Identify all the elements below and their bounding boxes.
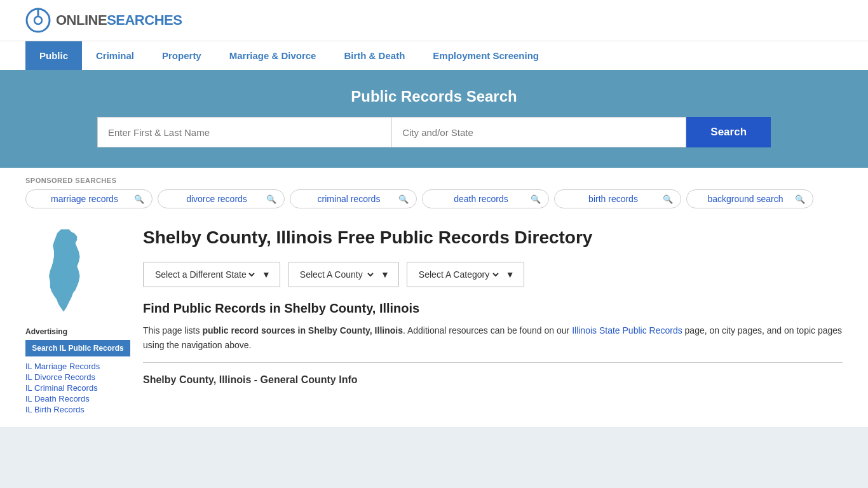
advertising-label: Advertising [25,327,130,336]
pill-marriage-text: marriage records [39,194,130,204]
illinois-state-link[interactable]: Illinois State Public Records [572,325,682,336]
nav-employment[interactable]: Employment Screening [419,41,553,70]
sidebar-links: IL Marriage Records IL Divorce Records I… [25,362,130,414]
county-select[interactable]: Select A County [297,269,376,280]
pill-birth-text: birth records [567,194,659,204]
pill-death[interactable]: death records 🔍 [422,189,549,208]
search-icon: 🔍 [266,194,276,204]
sidebar-link-divorce[interactable]: IL Divorce Records [25,372,130,382]
sidebar-link-criminal[interactable]: IL Criminal Records [25,383,130,393]
location-input[interactable] [391,117,686,147]
search-bar: Search [97,117,771,147]
nav-marriage-divorce[interactable]: Marriage & Divorce [215,41,330,70]
pill-divorce-text: divorce records [171,194,262,204]
find-text-bold: public record sources in Shelby County, … [202,325,403,336]
category-dropdown[interactable]: Select A Category ▼ [407,262,524,287]
category-select[interactable]: Select A Category [416,269,501,280]
svg-point-1 [34,17,42,24]
county-dropdown[interactable]: Select A County ▼ [288,262,399,287]
pill-birth[interactable]: birth records 🔍 [554,189,681,208]
find-text: This page lists public record sources in… [143,323,843,352]
pill-criminal[interactable]: criminal records 🔍 [290,189,417,208]
search-button[interactable]: Search [686,117,771,147]
search-icon: 🔍 [398,194,409,204]
sidebar-link-marriage[interactable]: IL Marriage Records [25,362,130,371]
pill-marriage[interactable]: marriage records 🔍 [25,189,153,208]
pill-background[interactable]: background search 🔍 [686,189,813,208]
pill-divorce[interactable]: divorce records 🔍 [158,189,285,208]
site-header: ONLINE SEARCHES [0,0,868,41]
sidebar-link-death[interactable]: IL Death Records [25,394,130,403]
logo-online: ONLINE [56,12,107,29]
hero-title: Public Records Search [25,88,843,105]
state-map [25,226,130,317]
main-area: SPONSORED SEARCHES marriage records 🔍 di… [0,168,868,427]
chevron-down-icon: ▼ [381,269,390,280]
chevron-down-icon: ▼ [506,269,515,280]
nav-property[interactable]: Property [148,41,215,70]
dropdowns: Select a Different State ▼ Select A Coun… [143,262,843,287]
pill-criminal-text: criminal records [303,194,395,204]
page-title: Shelby County, Illinois Free Public Reco… [143,226,843,249]
section-divider [143,362,843,363]
logo-text: ONLINE SEARCHES [56,12,182,29]
pill-death-text: death records [435,194,527,204]
chevron-down-icon: ▼ [262,269,271,280]
nav-public[interactable]: Public [25,41,82,70]
hero-section: Public Records Search Search [0,70,868,168]
sponsored-label: SPONSORED SEARCHES [25,177,843,184]
find-text-before: This page lists [143,325,202,336]
illinois-map-svg [25,226,102,315]
sponsored-section: SPONSORED SEARCHES marriage records 🔍 di… [0,168,868,214]
main-nav: Public Criminal Property Marriage & Divo… [0,41,868,70]
main-content: Shelby County, Illinois Free Public Reco… [143,226,843,414]
section-subtitle: Shelby County, Illinois - General County… [143,368,843,390]
search-icon: 🔍 [663,194,673,204]
find-text-middle: . Additional resources can be found on o… [403,325,572,336]
search-icon: 🔍 [795,194,805,204]
find-title: Find Public Records in Shelby County, Il… [143,301,843,316]
state-dropdown[interactable]: Select a Different State ▼ [143,262,280,287]
search-icon: 🔍 [531,194,541,204]
nav-criminal[interactable]: Criminal [82,41,148,70]
nav-birth-death[interactable]: Birth & Death [330,41,419,70]
sidebar: Advertising Search IL Public Records IL … [25,226,130,414]
state-select[interactable]: Select a Different State [153,269,257,280]
sidebar-link-birth[interactable]: IL Birth Records [25,405,130,414]
logo-searches: SEARCHES [107,12,182,29]
name-input[interactable] [97,117,391,147]
search-pills: marriage records 🔍 divorce records 🔍 cri… [25,189,843,208]
ad-search-button[interactable]: Search IL Public Records [25,340,130,356]
content-area: Advertising Search IL Public Records IL … [0,214,868,427]
search-icon: 🔍 [134,194,144,204]
logo-icon [25,8,51,33]
pill-background-text: background search [700,194,791,204]
logo[interactable]: ONLINE SEARCHES [25,8,182,33]
